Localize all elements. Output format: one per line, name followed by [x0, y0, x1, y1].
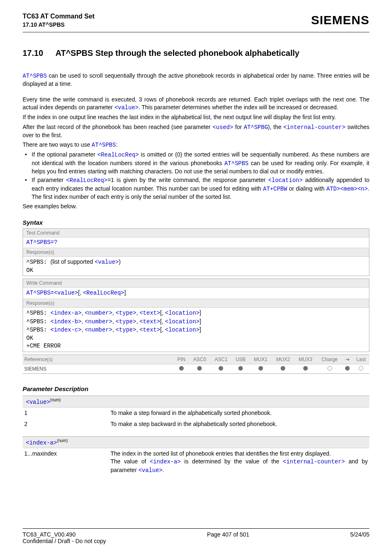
doc-section-ref: 17.10 AT^SPBS	[23, 21, 95, 28]
param-desc: To make a step backward in the alphabeti…	[111, 420, 368, 428]
col-mux1: MUX1	[249, 355, 272, 364]
param-value-header: <value>(num)	[23, 396, 369, 408]
intro-p3: If the index in one output line reaches …	[23, 113, 369, 121]
block-label: Write Command	[23, 279, 369, 287]
param-key: 1	[24, 409, 111, 417]
param-ref[interactable]: <RealLocReq>	[66, 177, 108, 184]
ref-label: Reference(s)	[23, 355, 174, 364]
param-desc-heading: Parameter Description	[23, 385, 369, 392]
page-header: TC63 AT Command Set 17.10 AT^SPBS SIEMEN…	[23, 12, 369, 33]
write-response: ^SPBS: <index-a>, <number>, <type>, <tex…	[23, 307, 369, 352]
param-name[interactable]: <value>	[26, 399, 50, 405]
dot-icon	[219, 366, 223, 371]
page-footer: TC63_ATC_V00.490 Confidential / Draft - …	[23, 528, 369, 544]
section-title: AT^SPBS Step through the selected phoneb…	[55, 48, 300, 58]
param-name[interactable]: <index-a>	[26, 440, 57, 446]
dot-icon	[258, 366, 263, 371]
dot-empty-icon	[327, 366, 332, 371]
dot-empty-icon	[359, 366, 363, 371]
bullet-list: If the optional parameter <RealLocReq> i…	[23, 151, 369, 201]
param-type: (num)	[50, 398, 61, 402]
param-row: 1 To make a step forward in the alphabet…	[23, 408, 369, 419]
intro-p4: After the last record of the phonebook h…	[23, 123, 369, 140]
cmd-ref[interactable]: AT^SPBS	[224, 160, 249, 167]
list-item: If the optional parameter <RealLocReq> i…	[32, 151, 369, 175]
header-left: TC63 AT Command Set 17.10 AT^SPBS	[23, 12, 95, 28]
param-key: 1...maxindex	[24, 450, 111, 474]
col-last: Last	[353, 355, 369, 364]
param-ref[interactable]: <internal-counter>	[283, 124, 345, 131]
test-command: AT^SPBS=?	[23, 237, 369, 248]
page: TC63 AT Command Set 17.10 AT^SPBS SIEMEN…	[0, 0, 392, 555]
cmd-ref[interactable]: ATD><mem><n>	[326, 186, 368, 192]
siemens-logo: SIEMENS	[311, 13, 369, 27]
test-command-block: Test Command AT^SPBS=? Response(s) ^SPBS…	[23, 228, 369, 276]
param-row: 1...maxindex The index in the sorted lis…	[23, 448, 369, 476]
param-ref[interactable]: <value>	[138, 467, 163, 474]
col-mux2: MUX2	[272, 355, 295, 364]
intro-p2: Every time the write command is executed…	[23, 96, 369, 112]
param-desc: To make a step forward in the alphabetic…	[111, 409, 368, 417]
col-charge: Charge	[317, 355, 343, 364]
param-ref[interactable]: <used>	[212, 124, 233, 131]
dot-icon	[345, 366, 350, 371]
intro-p5: There are two ways to use AT^SPBS:	[23, 141, 369, 149]
cmd-ref[interactable]: AT^SPBG	[244, 124, 268, 131]
col-asc1: ASC1	[210, 355, 232, 364]
dot-icon	[303, 366, 308, 371]
intro-p1: AT^SPBS can be used to scroll sequential…	[23, 72, 369, 88]
see-examples: See examples below.	[23, 203, 369, 210]
param-ref[interactable]: <location>	[268, 177, 303, 184]
param-row: 2 To make a step backward in the alphabe…	[23, 419, 369, 430]
list-item: If parameter <RealLocReq>=1 is given by …	[32, 176, 369, 201]
write-command-block: Write Command AT^SPBS=<value>[, <RealLoc…	[23, 279, 369, 352]
param-ref[interactable]: <RealLocReq>	[97, 152, 139, 158]
cmd-ref[interactable]: AT^SPBS	[92, 142, 116, 148]
doc-title: TC63 AT Command Set	[23, 12, 95, 21]
col-mux3: MUX3	[294, 355, 317, 364]
footer-right: 5/24/05	[350, 531, 369, 544]
col-arrow: ➔	[342, 355, 353, 364]
dot-icon	[238, 366, 243, 371]
syntax-heading: Syntax	[23, 219, 369, 226]
response-label: Response(s)	[23, 248, 369, 256]
block-label: Test Command	[23, 229, 369, 237]
param-ref[interactable]: <index-a>	[150, 458, 181, 465]
param-ref[interactable]: <value>	[114, 104, 138, 111]
ref-value: SIEMENS	[23, 364, 174, 374]
cmd-ref[interactable]: AT^SPBS	[23, 73, 47, 79]
cmd-ref[interactable]: AT+CPBW	[263, 186, 287, 192]
param-key: 2	[24, 420, 111, 428]
param-indexa-header: <index-a>(num)	[23, 436, 369, 448]
param-desc: The index in the sorted list of phoneboo…	[111, 450, 368, 474]
param-ref[interactable]: <internal-counter>	[283, 458, 345, 465]
dot-icon	[281, 366, 285, 371]
col-asc0: ASC0	[189, 355, 210, 364]
footer-left: TC63_ATC_V00.490 Confidential / Draft - …	[23, 531, 106, 544]
response-label: Response(s)	[23, 299, 369, 307]
col-pin: PIN	[174, 355, 189, 364]
reference-table: Reference(s) PIN ASC0 ASC1 USB MUX1 MUX2…	[23, 355, 369, 374]
table-row: SIEMENS	[23, 364, 369, 374]
dot-icon	[179, 366, 184, 371]
section-number: 17.10	[23, 48, 55, 58]
col-usb: USB	[232, 355, 249, 364]
test-response: ^SPBS: (list of supported <value>) OK	[23, 256, 369, 276]
write-command: AT^SPBS=<value>[, <RealLocReq>]	[23, 287, 369, 299]
footer-center: Page 407 of 501	[207, 531, 249, 544]
section-heading: 17.10AT^SPBS Step through the selected p…	[23, 48, 369, 58]
param-type: (num)	[57, 438, 68, 443]
dot-icon	[197, 366, 202, 371]
